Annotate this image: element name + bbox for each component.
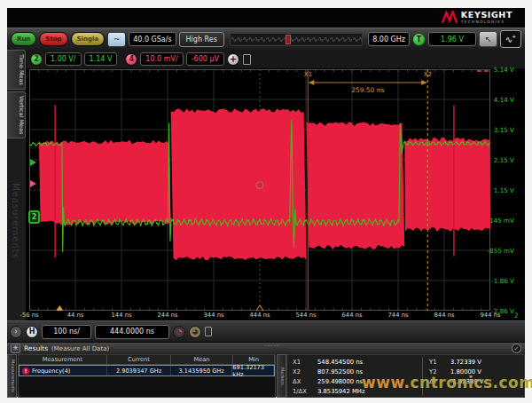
panel-icon[interactable]: [205, 327, 212, 336]
v-axis-label: -1.86 V: [479, 277, 514, 285]
x-axis-label: 344 ns: [198, 312, 230, 319]
plus-glyph: +: [512, 33, 516, 39]
marker-label: X2: [293, 368, 317, 375]
channel-2-offset-field[interactable]: 1.14 V: [84, 52, 118, 66]
single-button[interactable]: Single: [71, 32, 106, 46]
gear-icon[interactable]: ✳: [11, 344, 20, 353]
red-waveform-band: [404, 137, 490, 232]
brand-name: KEYSIGHT: [461, 11, 512, 20]
trigger-badge[interactable]: T: [412, 33, 426, 46]
x1-marker-label: X1: [304, 71, 312, 78]
marker-row: Y13.72339 V: [429, 357, 483, 367]
marker-row: X1548.454500 ns: [293, 357, 364, 367]
pointer-icon[interactable]: ↖: [479, 31, 497, 47]
channel-settings-row: 2 1.00 V/ 1.14 V 4 10.0 mV/ -600 µV +: [7, 50, 525, 68]
column-header[interactable]: Mean: [171, 355, 233, 365]
channel-4-offset-field[interactable]: -600 µV: [186, 52, 224, 66]
marker-row: 1/ΔX3.8535942 MHz: [293, 386, 364, 396]
scrollbar-handle[interactable]: [286, 35, 291, 44]
measurement-value: 691.32173 kHz: [232, 366, 274, 375]
v-axis-label: -855 mV: [479, 247, 514, 255]
waveform-display: X1X2259.50 ns -56 ns44 ns144 ns244 ns344…: [27, 68, 525, 320]
add-waveform-icon[interactable]: ∿+: [500, 30, 521, 48]
time-reference-marker[interactable]: [256, 305, 263, 311]
channel-2-scale-field[interactable]: 1.00 V/: [45, 52, 82, 66]
marker-value: 259.498000 ns: [317, 378, 363, 385]
sidebar-watermark: Measurements: [11, 183, 20, 259]
v-axis-label: 2.15 V: [479, 156, 514, 164]
channel-2-ground-marker[interactable]: 2: [28, 210, 40, 224]
channel-2-badge[interactable]: 2: [30, 53, 43, 66]
x-axis-label: 444 ns: [244, 312, 276, 319]
results-title: Results: [24, 344, 48, 352]
bandwidth-field[interactable]: 8.00 GHz: [368, 32, 410, 46]
site-watermark: www.cntronics.com: [362, 374, 532, 391]
v-axis-label: -2.86 V: [479, 307, 514, 315]
red-waveform-band: [307, 122, 405, 249]
marker-value: 548.454500 ns: [317, 359, 363, 366]
v-axis-label: 1.15 V: [479, 186, 514, 194]
marker-value: 807.952500 ns: [317, 368, 363, 375]
clipboard-icon[interactable]: [243, 54, 251, 65]
x-axis-label: 844 ns: [428, 312, 460, 319]
v-axis-label: 4.14 V: [479, 96, 514, 104]
run-button[interactable]: Run: [11, 32, 36, 46]
channel-4-badge[interactable]: 4: [125, 53, 137, 66]
marker-label: X1: [293, 359, 317, 366]
sample-rate-field[interactable]: 40.0 GSa/s: [129, 32, 176, 46]
acquisition-toolbar: Run Stop Single ~ 40.0 GSa/s High Res ∿∿…: [7, 28, 525, 50]
trigger-level-marker[interactable]: [30, 159, 36, 166]
drag-dots[interactable]: ·····: [264, 343, 280, 351]
column-header[interactable]: Measurement: [19, 355, 107, 365]
keysight-spark-icon: [442, 11, 458, 24]
corner-channel-label: 2: [514, 312, 519, 320]
x2-marker-label: X2: [424, 71, 432, 78]
touch-screen-icon[interactable]: ~: [107, 32, 126, 47]
x-axis-label: -56 ns: [13, 312, 45, 319]
marker-value: 3.8535942 MHz: [317, 388, 364, 395]
marker-label: 1/ΔX: [293, 388, 317, 395]
sidebar-expander-button[interactable]: ›: [10, 326, 22, 338]
tab-markers[interactable]: Markers: [277, 354, 286, 398]
x-axis-label: 244 ns: [152, 312, 184, 319]
trigger-level-field[interactable]: 1.96 V: [428, 32, 476, 46]
channel-4-ground-marker[interactable]: [30, 180, 36, 187]
horizontal-position-field[interactable]: 444.0000 ns: [95, 325, 169, 339]
marker-value: 3.72339 V: [450, 359, 481, 366]
horizontal-knob-icon[interactable]: ◔: [173, 326, 185, 338]
brand-subtitle: TECHNOLOGIES: [461, 20, 512, 24]
marker-label: Y1: [429, 359, 450, 366]
add-channel-button[interactable]: +: [227, 53, 239, 66]
timebase-field[interactable]: 100 ns/: [42, 325, 91, 339]
stop-button[interactable]: Stop: [39, 32, 67, 46]
delta-time-label: 259.50 ns: [351, 86, 384, 94]
marker-label: ΔX: [293, 378, 317, 385]
x-axis-label: 44 ns: [59, 312, 91, 319]
v-axis-label: 5.14 V: [479, 66, 514, 74]
horizontal-toolbar: › H 100 ns/ 444.0000 ns ◔ ◕: [7, 320, 525, 342]
left-sidebar: Time Meas Vertical Meas Measurements: [7, 50, 27, 320]
measurement-value: 2.9039347 GHz: [107, 366, 171, 375]
column-header[interactable]: Current: [107, 355, 171, 365]
arrowhead-left: [309, 80, 314, 85]
v-axis-label: 3.15 V: [479, 126, 514, 134]
table-row[interactable]: !Frequency(4)2.9039347 GHz3.1435950 GHz6…: [19, 365, 275, 376]
channel-4-scale-field[interactable]: 10.0 mV/: [140, 52, 183, 66]
position-knob-icon[interactable]: ◕: [189, 326, 201, 338]
tab-vertical-meas[interactable]: Vertical Meas: [7, 91, 26, 138]
marker-row: X2807.952500 ns: [293, 367, 364, 376]
acq-mode-button[interactable]: High Res: [179, 32, 224, 47]
keysight-logo: KEYSIGHT TECHNOLOGIES: [442, 11, 512, 24]
collapse-panel-icon[interactable]: ✓: [512, 344, 521, 353]
x-axis-label: 744 ns: [382, 312, 414, 319]
waveform-svg: X1X2259.50 ns: [29, 69, 490, 311]
tab-measurements[interactable]: Measurements: [7, 354, 17, 398]
measurement-cell: !Frequency(4): [20, 366, 107, 375]
arrowhead-right: [421, 80, 426, 85]
red-waveform-band: [39, 140, 171, 225]
memory-scrollbar[interactable]: ∿∿∿∿∿∿∿∿∿∿∿∿∿∿∿∿∿∿∿∿∿∿∿∿∿∿∿∿∿∿∿∿∿∿∿∿∿∿∿∿…: [230, 33, 363, 46]
tab-time-meas[interactable]: Time Meas: [7, 50, 26, 90]
x-axis-label: 544 ns: [290, 312, 322, 319]
warning-icon: !: [22, 367, 29, 375]
horizontal-badge[interactable]: H: [26, 326, 38, 338]
